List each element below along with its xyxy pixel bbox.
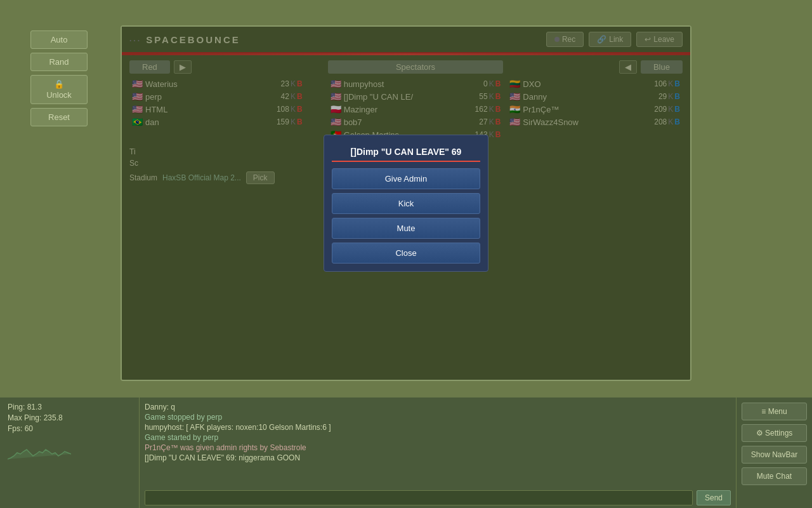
mute-chat-button[interactable]: Mute Chat bbox=[742, 467, 807, 485]
chat-main-panel: Danny: q Game stopped by perp humpyhost:… bbox=[140, 398, 736, 508]
kick-button[interactable]: Kick bbox=[332, 193, 480, 214]
modal-overlay: []Dimp "U CAN LEAVE" 69 Give Admin Kick … bbox=[122, 27, 690, 380]
left-panel: Auto Rand 🔒 Unlock Reset bbox=[25, 25, 117, 131]
chat-right-panel: ≡ Menu ⚙ Settings Show NavBar Mute Chat bbox=[736, 398, 812, 508]
give-admin-button[interactable]: Give Admin bbox=[332, 168, 480, 189]
chat-input[interactable] bbox=[145, 490, 693, 505]
lock-icon: 🔒 bbox=[54, 79, 64, 89]
close-modal-button[interactable]: Close bbox=[332, 243, 480, 264]
mute-button[interactable]: Mute bbox=[332, 218, 480, 239]
chat-message-4: Game started by perp bbox=[145, 433, 731, 442]
send-button[interactable]: Send bbox=[697, 490, 731, 505]
auto-button[interactable]: Auto bbox=[30, 30, 88, 49]
chat-message-2: Game stopped by perp bbox=[145, 413, 731, 422]
reset-button[interactable]: Reset bbox=[30, 108, 88, 126]
player-action-modal: []Dimp "U CAN LEAVE" 69 Give Admin Kick … bbox=[324, 135, 488, 272]
chat-message-6: []Dimp "U CAN LEAVE" 69: niggerama GOON bbox=[145, 453, 731, 462]
chat-message-1: Danny: q bbox=[145, 403, 731, 411]
ping-info-panel: Ping: 81.3 Max Ping: 235.8 Fps: 60 bbox=[0, 398, 140, 508]
show-navbar-button[interactable]: Show NavBar bbox=[742, 446, 807, 464]
modal-title: []Dimp "U CAN LEAVE" 69 bbox=[332, 143, 480, 162]
chat-message-5: Pr1nÇe™ was given admin rights by Sebast… bbox=[145, 443, 731, 452]
ping-chart bbox=[8, 440, 131, 465]
game-container: ··· SPACEBOUNCE Rec 🔗 Link ↩ Leave Red bbox=[121, 25, 691, 381]
unlock-button[interactable]: 🔒 Unlock bbox=[30, 75, 88, 104]
chat-message-3: humpyhost: [ AFK players: noxen:10 Gelso… bbox=[145, 423, 731, 432]
fps-display: Fps: 60 bbox=[8, 424, 131, 433]
rand-button[interactable]: Rand bbox=[30, 53, 88, 71]
settings-button[interactable]: ⚙ Settings bbox=[742, 424, 807, 442]
chat-area: Ping: 81.3 Max Ping: 235.8 Fps: 60 Danny… bbox=[0, 397, 812, 508]
max-ping-display: Max Ping: 235.8 bbox=[8, 413, 131, 422]
chat-input-row: Send bbox=[145, 490, 731, 505]
chat-messages: Danny: q Game stopped by perp humpyhost:… bbox=[145, 400, 731, 488]
ping-display: Ping: 81.3 bbox=[8, 403, 131, 411]
menu-button[interactable]: ≡ Menu bbox=[742, 403, 807, 420]
